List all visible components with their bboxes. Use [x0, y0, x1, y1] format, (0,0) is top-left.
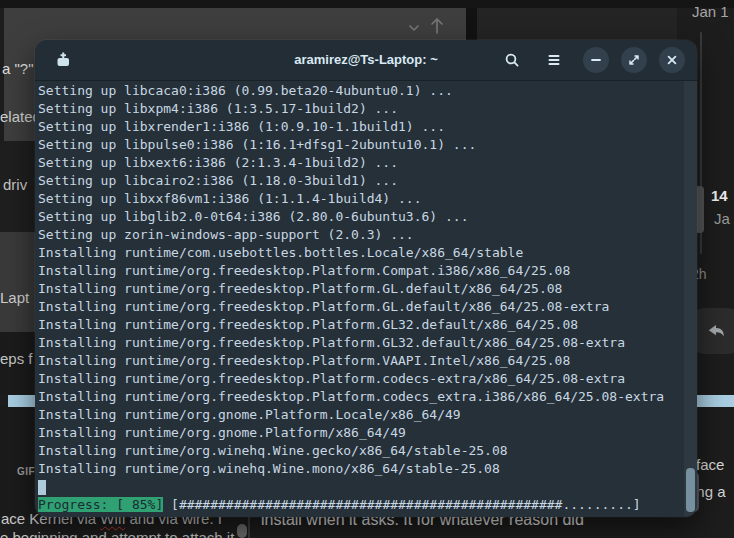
terminal-screen[interactable]: Setting up libcaca0:i386 (0.99.beta20-4u…	[35, 81, 697, 517]
minimize-button[interactable]	[583, 47, 609, 73]
maximize-icon	[627, 53, 641, 67]
terminal-output-line: Setting up libxpm4:i386 (1:3.5.17-1build…	[38, 100, 697, 118]
new-tab-icon	[55, 51, 73, 69]
terminal-output-line: Installing runtime/org.freedesktop.Platf…	[38, 388, 697, 406]
search-icon	[503, 51, 521, 69]
terminal-output-line: Installing runtime/org.gnome.Platform.Lo…	[38, 406, 697, 424]
terminal-output-line: Installing runtime/org.winehq.Wine.gecko…	[38, 442, 697, 460]
terminal-window: aramirez@Ts-Laptop: ~	[35, 40, 697, 517]
terminal-output-line: Setting up libpulse0:i386 (1:16.1+dfsg1-…	[38, 136, 697, 154]
bg-text-fragment: driv	[3, 176, 27, 193]
reply-button[interactable]	[692, 308, 734, 354]
pane-divider	[248, 517, 250, 538]
terminal-output-line: Setting up libxrender1:i386 (1:0.9.10-1.…	[38, 118, 697, 136]
terminal-output-line: Setting up libxxf86vm1:i386 (1:1.1.4-1bu…	[38, 190, 697, 208]
terminal-output-line: Installing runtime/org.freedesktop.Platf…	[38, 352, 697, 370]
terminal-output-line: Installing runtime/org.gnome.Platform/x8…	[38, 424, 697, 442]
hamburger-menu-icon	[545, 51, 563, 69]
date-label: Jan 1	[692, 3, 729, 20]
terminal-output-line: Installing runtime/org.freedesktop.Platf…	[38, 280, 697, 298]
terminal-output-line: Setting up libcaca0:i386 (0.99.beta20-4u…	[38, 82, 697, 100]
terminal-output-line: Setting up libxext6:i386 (2:1.3.4-1build…	[38, 154, 697, 172]
bg-message-line: e beginning and attempt to attach it	[0, 529, 234, 538]
gif-badge: GIF	[17, 466, 35, 477]
terminal-output-line: Installing runtime/org.freedesktop.Platf…	[38, 334, 697, 352]
background-panel-right	[477, 8, 677, 40]
terminal-output-line: Setting up libcairo2:i386 (1.18.0-3build…	[38, 172, 697, 190]
terminal-output-line: Installing runtime/org.winehq.Wine.mono/…	[38, 460, 697, 478]
bg-text-fragment: a "?"	[2, 60, 34, 77]
progress-label: Progress: [ 85%]	[38, 497, 163, 512]
day-label: 14	[711, 187, 728, 204]
terminal-output-line: Setting up zorin-windows-app-support (2.…	[38, 226, 697, 244]
search-button[interactable]	[499, 47, 525, 73]
chevron-down-icon[interactable]	[404, 18, 424, 38]
new-tab-button[interactable]	[51, 47, 77, 73]
terminal-output: Setting up libcaca0:i386 (0.99.beta20-4u…	[38, 82, 697, 478]
terminal-progress-line: Progress: [ 85%] [######################…	[38, 496, 697, 514]
reply-icon	[705, 320, 727, 342]
terminal-output-line: Installing runtime/com.usebottles.bottle…	[38, 244, 697, 262]
close-icon	[665, 53, 679, 67]
divider-scrollbar-thumb[interactable]	[237, 524, 247, 538]
terminal-scrollbar-track[interactable]	[684, 81, 697, 517]
progress-bar: [#######################################…	[163, 497, 640, 512]
maximize-button[interactable]	[621, 47, 647, 73]
minimize-icon	[589, 53, 603, 67]
arrow-up-icon[interactable]	[426, 12, 448, 36]
top-strip	[0, 0, 734, 8]
bg-text-fragment: eps f	[0, 350, 33, 367]
panel-divider	[466, 8, 477, 40]
terminal-output-line: Setting up libglib2.0-0t64:i386 (2.80.0-…	[38, 208, 697, 226]
close-button[interactable]	[659, 47, 685, 73]
background-row	[0, 232, 40, 332]
terminal-scrollbar-thumb[interactable]	[686, 468, 695, 512]
terminal-cursor	[38, 480, 46, 495]
terminal-cursor-line	[38, 478, 697, 496]
terminal-titlebar[interactable]: aramirez@Ts-Laptop: ~	[35, 40, 697, 81]
terminal-output-line: Installing runtime/org.freedesktop.Platf…	[38, 262, 697, 280]
terminal-output-line: Installing runtime/org.freedesktop.Platf…	[38, 298, 697, 316]
month-label: Ja	[714, 210, 730, 227]
terminal-output-line: Installing runtime/org.freedesktop.Platf…	[38, 316, 697, 334]
terminal-output-line: Installing runtime/org.freedesktop.Platf…	[38, 370, 697, 388]
bg-text-fragment: Lapt	[0, 289, 29, 306]
background-row	[0, 407, 40, 517]
menu-button[interactable]	[541, 47, 567, 73]
